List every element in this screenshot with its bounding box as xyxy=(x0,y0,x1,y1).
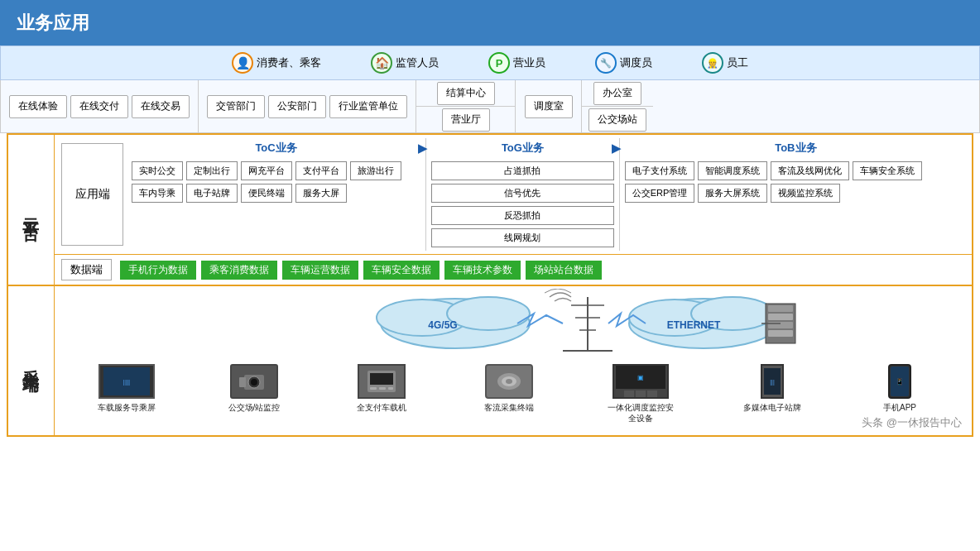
tog-item-network: 线网规划 xyxy=(431,228,614,247)
svg-point-30 xyxy=(506,379,512,384)
biz-columns: ToC业务 ▶ 实时公交 定制出行 网充平台 支付平台 旅游出行 车内导乘 电子… xyxy=(130,135,972,254)
btn-online-experience[interactable]: 在线体验 xyxy=(9,95,67,118)
device-terminal-img xyxy=(358,364,406,399)
dept-bar: 在线体验 在线交付 在线交易 交管部门 公安部门 行业监管单位 结算中心 营业厅… xyxy=(0,80,980,133)
dispatch-group: 调度室 xyxy=(516,80,582,132)
btn-settlement[interactable]: 结算中心 xyxy=(437,82,495,105)
toc-item-pay-platform: 支付平台 xyxy=(295,161,347,180)
user-staff: 👷 员工 xyxy=(702,52,748,74)
device-terminal-label: 全支付车载机 xyxy=(357,402,406,413)
app-terminal-box: 应用端 xyxy=(61,143,123,246)
tog-column: ToG业务 ▶ 占道抓拍 信号优先 反恐抓拍 线网规划 xyxy=(426,138,620,251)
svg-text:4G/5G: 4G/5G xyxy=(428,319,457,331)
operator-icon: P xyxy=(488,52,510,74)
toc-arrow: ▶ xyxy=(418,141,427,155)
network-svg: 4G/5G ETHERNET xyxy=(55,289,972,359)
toc-item-charge-platform: 网充平台 xyxy=(241,161,292,180)
dispatcher-label: 调度员 xyxy=(620,55,652,70)
user-consumer: 👤 消费者、乘客 xyxy=(232,52,321,74)
data-bar: 数据端 手机行为数据 乘客消费数据 车辆运营数据 车辆安全数据 车辆技术参数 场… xyxy=(55,254,972,285)
data-item-passenger: 乘客消费数据 xyxy=(201,261,277,280)
btn-bus-station[interactable]: 公交场站 xyxy=(588,108,646,132)
svg-rect-17 xyxy=(768,330,793,337)
tob-item-smart-dispatch: 智能调度系统 xyxy=(698,161,767,180)
device-signage-label: 多媒体电子站牌 xyxy=(743,402,801,413)
device-screen-label: 车载服务导乘屏 xyxy=(98,402,156,413)
device-collector: 客流采集终端 xyxy=(480,364,538,413)
operator-label: 营业员 xyxy=(513,55,545,70)
supervisor-icon: 🏠 xyxy=(371,52,392,74)
device-collector-img xyxy=(485,364,533,399)
user-bar: 👤 消费者、乘客 🏠 监管人员 P 营业员 🔧 调度员 👷 员工 xyxy=(0,46,980,80)
device-terminal: 全支付车载机 xyxy=(353,364,411,413)
device-camera: 公交场/站监控 xyxy=(225,364,283,413)
supervisor-label: 监管人员 xyxy=(396,55,439,70)
collection-section: 采集端 4G/5G ETHERNET xyxy=(8,286,972,435)
toc-item-big-screen: 服务大屏 xyxy=(295,184,347,203)
data-terminal-label: 数据端 xyxy=(61,259,112,280)
svg-rect-14 xyxy=(768,305,793,312)
cloud-platform-section: 云平台 应用端 ToC业务 ▶ 实时公交 xyxy=(8,135,972,286)
btn-online-trade[interactable]: 在线交易 xyxy=(132,95,190,118)
btn-police[interactable]: 公安部门 xyxy=(268,95,326,118)
tob-item-epay: 电子支付系统 xyxy=(625,161,694,180)
toc-item-tourism: 旅游出行 xyxy=(350,161,401,180)
svg-point-21 xyxy=(251,379,257,386)
device-camera-img xyxy=(230,364,278,399)
device-signage: ||| 多媒体电子站牌 xyxy=(743,364,801,413)
device-camera-label: 公交场/站监控 xyxy=(228,402,281,413)
collection-label: 采集端 xyxy=(8,286,55,435)
svg-text:ETHERNET: ETHERNET xyxy=(667,319,721,331)
tog-items: 占道抓拍 信号优先 反恐抓拍 线网规划 xyxy=(430,158,616,251)
staff-icon: 👷 xyxy=(702,52,723,74)
tob-item-erp: 公交ERP管理 xyxy=(625,184,695,203)
tob-item-passenger-opt: 客流及线网优化 xyxy=(771,161,849,180)
cloud-platform-label: 云平台 xyxy=(8,135,55,285)
tob-item-video: 视频监控系统 xyxy=(771,184,840,203)
user-dispatcher: 🔧 调度员 xyxy=(595,52,652,74)
tog-header: ToG业务 ▶ xyxy=(430,138,616,158)
device-monitor: ▣ 一体化调度监控安全设备 xyxy=(608,364,674,424)
btn-supervision[interactable]: 行业监管单位 xyxy=(329,95,407,118)
user-operator: P 营业员 xyxy=(488,52,545,74)
consumer-label: 消费者、乘客 xyxy=(257,55,321,70)
svg-rect-26 xyxy=(379,387,386,390)
watermark: 头条 @一休报告中心 xyxy=(862,415,962,430)
btn-office[interactable]: 办公室 xyxy=(593,82,641,105)
btn-traffic[interactable]: 交管部门 xyxy=(207,95,265,118)
online-group: 在线体验 在线交付 在线交易 xyxy=(1,80,199,132)
toc-item-custom-travel: 定制出行 xyxy=(186,161,238,180)
devices-row: |||| 车载服务导乘屏 公交场/站监控 xyxy=(55,361,972,430)
svg-rect-16 xyxy=(768,322,793,328)
btn-dispatch-room[interactable]: 调度室 xyxy=(525,95,573,118)
tob-item-big-screen2: 服务大屏系统 xyxy=(698,184,767,203)
page-header: 业务应用 xyxy=(0,0,980,46)
device-monitor-img: ▣ xyxy=(612,364,669,399)
toc-column: ToC业务 ▶ 实时公交 定制出行 网充平台 支付平台 旅游出行 车内导乘 电子… xyxy=(130,138,426,251)
tog-arrow: ▶ xyxy=(612,141,621,155)
toc-item-guide: 车内导乘 xyxy=(132,184,183,203)
device-collector-label: 客流采集终端 xyxy=(484,402,534,413)
device-phone-img: 📱 xyxy=(888,364,911,399)
svg-rect-27 xyxy=(388,387,393,390)
btn-business-hall[interactable]: 营业厅 xyxy=(442,108,490,132)
svg-rect-22 xyxy=(239,377,246,387)
cloud-inner: 应用端 ToC业务 ▶ 实时公交 定制出行 网充平台 支 xyxy=(55,135,972,285)
data-item-vehicle-safety: 车辆安全数据 xyxy=(363,261,440,280)
settlement-group: 结算中心 营业厅 xyxy=(416,80,516,132)
user-supervisor: 🏠 监管人员 xyxy=(371,52,439,74)
dispatcher-icon: 🔧 xyxy=(595,52,617,74)
tog-item-signal: 信号优先 xyxy=(431,184,614,203)
toc-item-realtime-bus: 实时公交 xyxy=(132,161,183,180)
svg-point-2 xyxy=(447,297,530,330)
svg-rect-25 xyxy=(370,387,377,390)
tob-item-vehicle-safety: 车辆安全系统 xyxy=(853,161,922,180)
btn-online-payment[interactable]: 在线交付 xyxy=(70,95,128,118)
center-group: 交管部门 公安部门 行业监管单位 xyxy=(199,80,416,132)
device-phone-label: 手机APP xyxy=(883,402,916,413)
tog-item-antiterror: 反恐抓拍 xyxy=(431,206,614,225)
tob-column: ToB业务 电子支付系统 智能调度系统 客流及线网优化 车辆安全系统 公交ERP… xyxy=(620,138,968,251)
data-item-station: 场站站台数据 xyxy=(526,261,602,280)
staff-label: 员工 xyxy=(727,55,748,70)
svg-rect-24 xyxy=(370,373,393,385)
